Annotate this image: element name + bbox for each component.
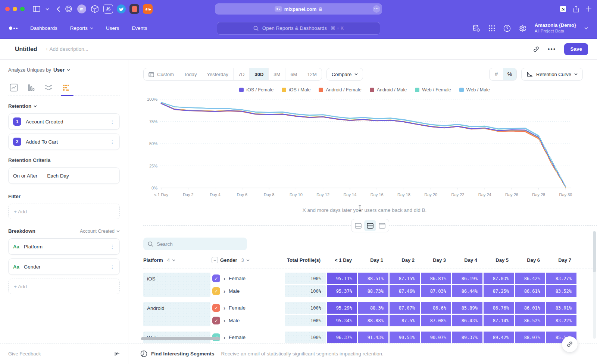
nav-item-users[interactable]: Users [106, 25, 119, 31]
back-icon[interactable] [57, 6, 60, 12]
expand-chevron-icon[interactable]: › [224, 276, 225, 281]
retention-value-cell[interactable]: 95.37% [327, 285, 357, 297]
retention-value-cell[interactable]: 95.11% [327, 273, 357, 284]
breakdown-menu-icon[interactable]: ⋮ [110, 266, 115, 268]
extension-js-icon[interactable]: JS [103, 4, 113, 14]
nav-item-dashboards[interactable]: Dashboards [30, 25, 57, 31]
retention-value-cell[interactable]: 83.27% [546, 273, 576, 284]
range-custom[interactable]: Custom [144, 68, 179, 80]
retention-value-cell[interactable]: 88.3% [358, 302, 388, 314]
legend-item[interactable]: Web / Male [459, 87, 490, 92]
retention-value-cell[interactable]: 88.73% [358, 285, 388, 297]
retention-value-cell[interactable]: 87.5% [390, 315, 420, 326]
expand-chevron-icon[interactable]: › [224, 335, 225, 340]
global-search[interactable]: Open Reports & Dashboards ⌘ + K [217, 22, 380, 35]
legend-item[interactable]: iOS / Female [239, 87, 274, 92]
retention-value-cell[interactable]: 86.42% [515, 273, 545, 284]
data-management-icon[interactable] [472, 25, 480, 32]
page-actions-icon[interactable]: ••• [373, 5, 380, 13]
help-icon[interactable] [503, 25, 511, 32]
save-button[interactable]: Save [564, 43, 588, 55]
platform-cell[interactable]: iOS [143, 273, 210, 297]
retention-value-cell[interactable]: 96.37% [327, 332, 357, 343]
density-compact-icon[interactable] [352, 220, 364, 231]
mode-count-button[interactable]: # [490, 68, 503, 80]
retention-step-2[interactable]: 2Added To Cart⋮ [8, 134, 120, 150]
breakdown-menu-icon[interactable]: ⋮ [110, 245, 115, 248]
add-description[interactable]: + Add description... [46, 46, 88, 52]
breakdown-scope-select[interactable]: Account Created [80, 229, 120, 234]
retention-value-cell[interactable]: 83.01% [546, 302, 576, 314]
retention-value-cell[interactable]: 88.07% [515, 332, 545, 343]
sidebar-toggle-icon[interactable] [33, 6, 40, 12]
retention-value-cell[interactable]: 89.42% [484, 332, 514, 343]
retention-value-cell[interactable]: 86.52% [515, 315, 545, 326]
retention-value-cell[interactable]: 90.51% [390, 332, 420, 343]
extension-record-icon[interactable] [129, 4, 139, 14]
tab-insights[interactable] [10, 84, 18, 95]
apps-grid-icon[interactable] [488, 25, 495, 32]
traffic-light-zoom[interactable] [20, 7, 25, 11]
retention-value-cell[interactable]: 87.46% [390, 285, 420, 297]
address-bar[interactable]: mixpanel.com ••• [215, 3, 382, 15]
chevron-down-icon[interactable] [46, 8, 49, 10]
filter-add-button[interactable]: + Add [8, 204, 120, 219]
gender-checkbox[interactable]: ✓ [212, 287, 220, 295]
retention-value-cell[interactable]: 90.07% [421, 332, 451, 343]
breakdown-platform[interactable]: AaPlatform⋮ [8, 238, 120, 255]
extension-soundcloud-icon[interactable] [143, 4, 153, 14]
report-title[interactable]: Untitled [15, 46, 37, 53]
retention-value-cell[interactable]: 88.51% [358, 273, 388, 284]
more-actions-icon[interactable]: ••• [548, 46, 556, 53]
criteria-mode[interactable]: On or After [13, 173, 37, 179]
horizontal-scrollbar[interactable] [141, 337, 220, 340]
mixpanel-logo[interactable] [9, 26, 18, 30]
legend-item[interactable]: Android / Female [319, 87, 361, 92]
legend-item[interactable]: Android / Male [370, 87, 407, 92]
retention-line-chart[interactable]: 100%75%50%25%0%< 1 DayDay 2Day 4Day 6Day… [143, 94, 597, 204]
settings-gear-icon[interactable] [519, 25, 526, 32]
range-12m[interactable]: 12M [302, 68, 321, 80]
gender-checkbox[interactable]: ✓ [212, 304, 220, 312]
table-search-input[interactable]: Search [143, 238, 247, 250]
retention-value-cell[interactable]: 83.22% [546, 315, 576, 326]
gender-row-female[interactable]: ✓›Female [212, 273, 284, 284]
extension-m-icon[interactable]: m [77, 4, 86, 13]
retention-value-cell[interactable]: 86.61% [515, 285, 545, 297]
extension-target-icon[interactable] [64, 4, 74, 14]
retention-value-cell[interactable]: 87.03% [421, 285, 451, 297]
expand-chevron-icon[interactable]: › [224, 288, 225, 294]
segments-title[interactable]: Find Interesting Segments [151, 351, 215, 357]
retention-value-cell[interactable]: 86.76% [484, 302, 514, 314]
collapse-sidebar-icon[interactable] [115, 351, 120, 356]
retention-value-cell[interactable]: 86.81% [421, 273, 451, 284]
retention-value-cell[interactable]: 87.25% [484, 285, 514, 297]
analyze-value[interactable]: User [53, 67, 65, 73]
breakdown-gender[interactable]: AaGender⋮ [8, 258, 120, 275]
vertical-scrollbar[interactable] [593, 231, 596, 339]
step-menu-icon[interactable]: ⋮ [110, 120, 115, 123]
retention-value-cell[interactable]: 86.19% [452, 273, 482, 284]
retention-value-cell[interactable]: 95.29% [327, 302, 357, 314]
retention-value-cell[interactable]: 85.89% [452, 302, 482, 314]
column-header-gender[interactable]: −Gender3 [212, 257, 284, 263]
give-feedback-link[interactable]: Give Feedback [8, 351, 41, 357]
traffic-light-close[interactable] [5, 7, 10, 11]
extension-cube-icon[interactable] [90, 4, 100, 14]
range-yesterday[interactable]: Yesterday [202, 68, 234, 80]
retention-value-cell[interactable]: 87.03% [484, 273, 514, 284]
new-tab-icon[interactable] [586, 6, 592, 12]
chart-type-select[interactable]: Retention Curve [521, 68, 583, 81]
criteria-card[interactable]: On or After Each Day [8, 167, 120, 184]
criteria-interval[interactable]: Each Day [47, 173, 69, 179]
retention-value-cell[interactable]: 89.37% [452, 332, 482, 343]
density-header-icon[interactable] [376, 220, 388, 231]
account-switcher[interactable]: Amazonia {Demo} All Project Data [535, 22, 576, 34]
retention-value-cell[interactable]: 86.44% [452, 285, 482, 297]
select-all-checkbox[interactable]: − [212, 257, 218, 263]
traffic-light-minimize[interactable] [13, 7, 17, 11]
gender-row-male[interactable]: ✓›Male [212, 285, 284, 297]
expand-chevron-icon[interactable]: › [224, 305, 225, 311]
gender-checkbox[interactable]: ✓ [212, 317, 220, 324]
range-3m[interactable]: 3M [269, 68, 285, 80]
